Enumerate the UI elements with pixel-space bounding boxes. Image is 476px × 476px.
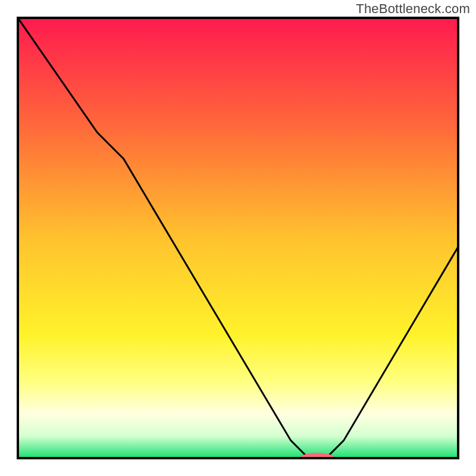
watermark-text: TheBottleneck.com (356, 1, 470, 17)
gradient-background (18, 18, 458, 458)
bottleneck-chart (0, 0, 476, 476)
plot-area (18, 18, 458, 464)
chart-frame: TheBottleneck.com (0, 0, 476, 476)
